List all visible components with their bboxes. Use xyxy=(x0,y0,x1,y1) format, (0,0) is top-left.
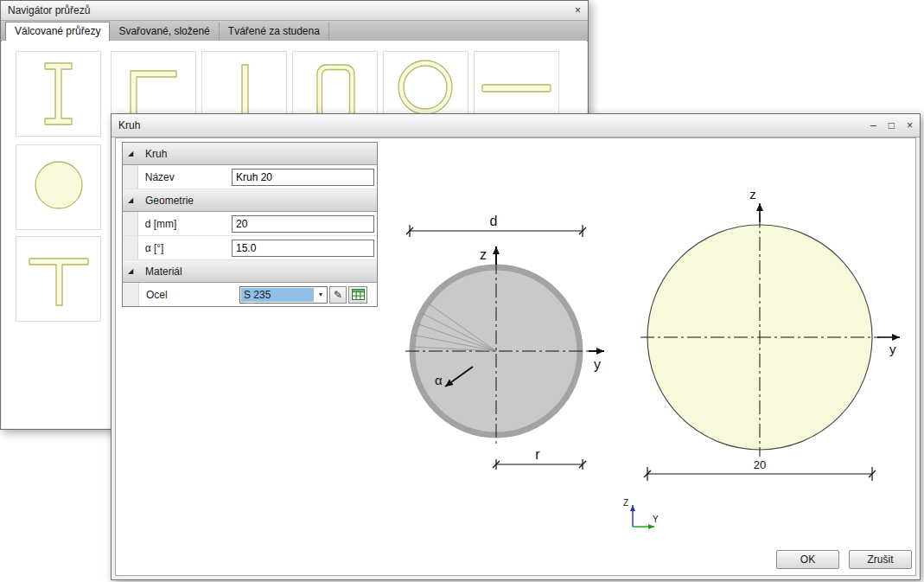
row-gutter xyxy=(123,165,138,189)
kruh-dialog: Kruh – □ × ◢ Kruh Název ◢ Geometrie xyxy=(111,113,921,580)
thumbnail-i-section[interactable] xyxy=(16,51,101,137)
expander-icon[interactable]: ◢ xyxy=(123,150,138,157)
material-catalog-button[interactable] xyxy=(348,286,367,304)
cs-z-label: Z xyxy=(623,498,628,508)
chevron-down-icon: ▾ xyxy=(315,291,327,298)
minimize-icon[interactable]: – xyxy=(870,120,876,131)
thumbnail-circle[interactable] xyxy=(16,144,101,230)
nazev-label: Název xyxy=(138,171,232,183)
navigator-tabstrip: Válcované průřezy Svařované, složené Tvá… xyxy=(1,21,588,42)
dialog-content: ◢ Kruh Název ◢ Geometrie d [mm] xyxy=(115,138,916,576)
tab-valcovane-prurezy[interactable]: Válcované průřezy xyxy=(5,22,110,42)
close-icon[interactable]: × xyxy=(575,5,581,16)
catalog-table-icon xyxy=(352,289,365,300)
ok-button[interactable]: OK xyxy=(776,550,839,569)
pencil-icon: ✎ xyxy=(334,289,342,301)
circle-icon xyxy=(16,145,100,229)
edit-material-button[interactable]: ✎ xyxy=(329,286,347,304)
angle-alpha-label: α xyxy=(435,373,443,387)
row-gutter xyxy=(123,283,139,306)
dialog-titlebar[interactable]: Kruh – □ × xyxy=(112,114,920,138)
dim-r-label: r xyxy=(535,447,540,462)
dim-d-label: d xyxy=(490,214,498,228)
row-gutter xyxy=(123,212,138,235)
cross-section-diagram: z y 20 xyxy=(640,187,900,481)
group-label: Kruh xyxy=(138,148,239,160)
property-grid: ◢ Kruh Název ◢ Geometrie d [mm] xyxy=(122,142,378,307)
maximize-icon[interactable]: □ xyxy=(889,120,895,131)
nazev-input[interactable] xyxy=(232,169,374,186)
dim-20-label: 20 xyxy=(754,458,766,471)
d-input[interactable] xyxy=(232,215,374,233)
property-row-d: d [mm] xyxy=(123,212,377,236)
cancel-button[interactable]: Zrušit xyxy=(849,550,912,569)
group-header-geometrie[interactable]: ◢ Geometrie xyxy=(123,189,377,212)
expander-icon[interactable]: ◢ xyxy=(123,267,138,275)
property-row-ocel: Ocel S 235 ▾ ✎ xyxy=(123,283,377,306)
tab-tvarene-za-studena[interactable]: Tvářené za studena xyxy=(220,22,329,41)
property-row-nazev: Název xyxy=(123,165,377,189)
axis-y-label: y xyxy=(889,342,896,356)
ocel-label: Ocel xyxy=(139,289,239,301)
dialog-title: Kruh xyxy=(118,119,858,131)
axis-z-label: z xyxy=(480,247,487,262)
row-gutter xyxy=(123,236,138,259)
group-label: Materiál xyxy=(138,265,239,278)
schematic-diagram: z y d r xyxy=(405,214,604,470)
axis-y-label: y xyxy=(594,357,601,372)
steel-grade-value: S 235 xyxy=(241,288,314,302)
expander-icon[interactable]: ◢ xyxy=(123,196,138,204)
cs-y-label: Y xyxy=(653,515,659,524)
close-icon[interactable]: × xyxy=(907,120,913,131)
d-label: d [mm] xyxy=(138,218,232,230)
navigator-title: Navigátor průřezů xyxy=(8,4,563,16)
group-label: Geometrie xyxy=(138,195,239,207)
group-header-kruh[interactable]: ◢ Kruh xyxy=(123,143,377,165)
axis-z-label: z xyxy=(749,187,756,201)
alpha-label: α [°] xyxy=(138,242,232,254)
property-row-alpha: α [°] xyxy=(123,236,377,260)
thumbnail-tee[interactable] xyxy=(16,236,101,322)
alpha-input[interactable] xyxy=(232,240,374,257)
i-section-icon xyxy=(16,52,100,136)
group-header-material[interactable]: ◢ Materiál xyxy=(123,260,377,283)
tee-icon xyxy=(16,237,100,321)
navigator-titlebar[interactable]: Navigátor průřezů × xyxy=(1,1,588,21)
tab-svarovane-slozene[interactable]: Svařované, složené xyxy=(110,22,219,41)
coordinate-system-icon: Z Y xyxy=(623,498,659,527)
steel-grade-select[interactable]: S 235 ▾ xyxy=(239,286,328,304)
section-drawing: z y d r xyxy=(397,184,915,539)
